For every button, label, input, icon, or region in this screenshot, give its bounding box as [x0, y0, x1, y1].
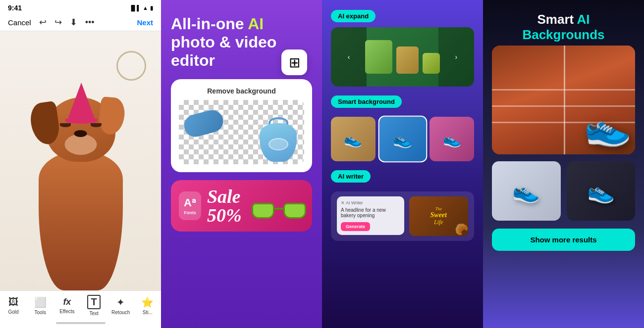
remove-bg-card: Remove background	[171, 79, 312, 172]
tool-gold-label: Gold	[8, 309, 19, 315]
sale-percent: 50%	[207, 205, 242, 226]
smart-bg-section: Smart background 👟 👟 👟	[331, 95, 474, 161]
product-boxes	[365, 40, 440, 74]
text-icon: T	[87, 295, 100, 309]
sale-word: Sale	[207, 186, 241, 207]
bag-ring	[268, 138, 288, 150]
dog-eye-right	[91, 123, 102, 127]
dog-ear-left	[28, 101, 61, 146]
title-plain: All-in-one	[171, 15, 248, 33]
toolbar-left: Cancel ↩ ↪ ⬇ •••	[8, 17, 95, 28]
gold-icon: 🖼	[8, 296, 18, 308]
more-icon[interactable]: •••	[85, 17, 95, 28]
stickers-icon: ⭐	[141, 296, 154, 308]
blue-arm	[182, 108, 226, 140]
shoe-icon-3: 👟	[429, 117, 474, 161]
expand-arrow-right: ›	[455, 53, 458, 61]
tool-retouch[interactable]: ✦ Retouch	[109, 296, 133, 315]
sunglasses	[252, 203, 306, 228]
generate-button[interactable]: Generate	[341, 222, 370, 231]
ai-expand-badge: AI expand	[331, 10, 376, 22]
ai-badge: ⊞	[281, 49, 307, 75]
effects-icon: fx	[63, 297, 71, 307]
p4-title-highlight: AI	[577, 12, 590, 27]
ai-checkerboard-icon: ⊞	[289, 54, 300, 71]
title-editor: editor	[171, 51, 215, 69]
sweet-life-card: The Sweet Life 🥐	[409, 196, 469, 236]
writer-form-title: ✕ AI Writer	[341, 200, 400, 205]
home-indicator	[56, 322, 106, 324]
ai-expand-section: AI expand ‹ ›	[331, 10, 474, 87]
tool-effects[interactable]: fx Effects	[55, 297, 79, 314]
product-box-1	[365, 40, 392, 74]
sg-right-lens	[283, 203, 306, 219]
safe-area	[0, 318, 161, 328]
blue-bag	[260, 117, 297, 162]
dog-image	[0, 53, 161, 290]
dog-ear-right	[98, 96, 125, 136]
sweet-life-text: The Sweet Life	[430, 206, 447, 226]
status-time: 9:41	[8, 4, 22, 12]
sweet-the: The	[430, 206, 447, 211]
arm-overlay	[184, 105, 228, 140]
panel-allinone: All-in-one AI photo & video editor ⊞ Rem…	[161, 0, 322, 328]
bottom-toolbar: 🖼 Gold ⬜ Tools fx Effects T Text ✦ Retou…	[0, 290, 161, 318]
tool-effects-label: Effects	[59, 309, 74, 314]
checker-background	[179, 100, 304, 164]
panel-smart-bg: Smart AI Backgrounds 👟 👟 👟 Show more res…	[483, 0, 644, 328]
sunglasses-frame	[252, 203, 306, 222]
sg-left-lens	[252, 203, 274, 219]
sweet-life: Life	[430, 219, 447, 226]
smart-bg-badge: Smart background	[331, 95, 402, 108]
status-bar: 9:41 ▐▌▌ ▲ ▮	[0, 0, 161, 14]
shoes-grid: 👟 👟 👟	[331, 117, 474, 161]
shoe-card-desert: 👟	[331, 117, 376, 161]
photo-canvas[interactable]	[0, 31, 161, 290]
editor-toolbar: Cancel ↩ ↪ ⬇ ••• Next	[0, 14, 161, 31]
title-rest: photo & video	[171, 33, 276, 51]
dog-snout	[64, 134, 97, 155]
sale-card: Aᵃ Fonts Sale 50%	[171, 180, 312, 232]
retouch-icon: ✦	[116, 296, 125, 308]
title-highlight: AI	[248, 15, 264, 33]
writer-prompt-text: A headline for a new bakery opening	[341, 207, 400, 218]
sweet-main: Sweet	[430, 211, 447, 219]
redo-icon[interactable]: ↪	[54, 17, 62, 28]
shoe-card-selected: 👟	[378, 116, 427, 163]
shoe-card-purple: 👟	[429, 117, 474, 161]
expand-preview: ‹ ›	[331, 27, 474, 87]
tool-gold[interactable]: 🖼 Gold	[1, 296, 25, 315]
product-box-2	[396, 47, 419, 74]
pastry-icon: 🥐	[455, 223, 468, 236]
product-box-3	[423, 53, 440, 74]
small-shoe-card-light[interactable]: 👟	[492, 161, 561, 221]
small-shoe-card-dark[interactable]: 👟	[567, 161, 636, 221]
main-shoe-icon: 👟	[581, 103, 633, 152]
party-hat	[67, 83, 95, 120]
tool-tools[interactable]: ⬜ Tools	[28, 296, 52, 315]
dog-nose	[74, 130, 87, 137]
tool-text[interactable]: T Text	[82, 295, 106, 316]
cancel-button[interactable]: Cancel	[8, 18, 31, 27]
battery-icon: ▮	[150, 5, 153, 11]
fonts-badge: Aᵃ Fonts	[179, 191, 201, 220]
panel-features: AI expand ‹ › Smart background 👟 �	[322, 0, 483, 328]
next-button[interactable]: Next	[137, 18, 153, 27]
fonts-aa-text: Aᵃ	[184, 196, 196, 209]
remove-bg-label: Remove background	[179, 87, 304, 95]
main-shoe-image: 👟	[492, 46, 635, 154]
undo-icon[interactable]: ↩	[39, 17, 47, 28]
download-icon[interactable]: ⬇	[70, 17, 77, 28]
expand-arrow-left: ‹	[348, 53, 350, 61]
fonts-label: Fonts	[184, 210, 196, 215]
lane-line	[564, 46, 565, 154]
writer-form: ✕ AI Writer A headline for a new bakery …	[337, 196, 404, 235]
tools-icon: ⬜	[34, 296, 47, 308]
show-more-button[interactable]: Show more results	[492, 229, 635, 251]
tool-stickers-label: Sti...	[143, 310, 153, 315]
status-icons: ▐▌▌ ▲ ▮	[129, 5, 153, 11]
panel-editor: 9:41 ▐▌▌ ▲ ▮ Cancel ↩ ↪ ⬇ ••• Next	[0, 0, 161, 328]
expand-left-shadow: ‹	[331, 27, 367, 87]
tool-text-label: Text	[89, 311, 98, 316]
tool-stickers[interactable]: ⭐ Sti...	[136, 296, 160, 315]
